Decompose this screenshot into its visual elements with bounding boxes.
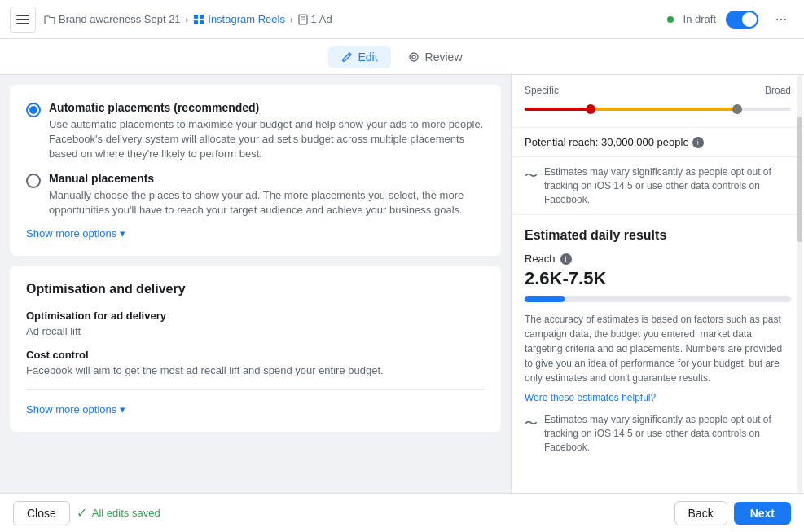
field2-label: Cost control: [26, 349, 485, 361]
accuracy-note: The accuracy of estimates is based on fa…: [525, 312, 791, 385]
reach-row: Reach i: [525, 253, 791, 265]
svg-rect-5: [194, 20, 198, 24]
auto-radio[interactable]: [26, 103, 41, 117]
auto-desc: Use automatic placements to maximise you…: [49, 117, 485, 162]
toggle-knob: [742, 12, 757, 27]
broad-label-right: Broad: [765, 85, 791, 96]
next-button[interactable]: Next: [734, 502, 791, 525]
estimates-note-1: 〜 Estimates may vary significantly as pe…: [512, 157, 804, 215]
helpful-link[interactable]: Were these estimates helpful?: [525, 392, 791, 403]
svg-point-10: [410, 53, 418, 61]
reach-bar: [525, 296, 791, 302]
svg-rect-2: [16, 23, 29, 24]
status-label: In draft: [683, 13, 716, 25]
tab-review[interactable]: Review: [394, 46, 476, 68]
check-icon: ✓: [77, 505, 87, 521]
manual-desc: Manually choose the places to show your …: [49, 188, 485, 218]
svg-point-11: [412, 55, 415, 59]
breadcrumb: Brand awareness Sept 21 › Instagram Reel…: [44, 13, 332, 25]
slider-broad-fill: [591, 108, 738, 111]
field1-label: Optimisation for ad delivery: [26, 310, 485, 322]
close-button[interactable]: Close: [13, 501, 70, 525]
manual-placement-option: Manual placements Manually choose the pl…: [26, 172, 485, 218]
more-options-button[interactable]: ···: [768, 7, 794, 33]
estimates-note-2: 〜 Estimates may vary significantly as pe…: [525, 413, 791, 454]
show-more-placements[interactable]: Show more options ▾: [26, 227, 485, 240]
audience-slider-area: Specific Broad: [512, 75, 804, 128]
manual-title: Manual placements: [49, 172, 485, 185]
optimization-title: Optimisation and delivery: [26, 282, 485, 297]
field2-value: Facebook will aim to get the most ad rec…: [26, 364, 485, 376]
breadcrumb-chevron-2: ›: [290, 15, 293, 24]
campaign-crumb[interactable]: Brand awareness Sept 21: [44, 13, 181, 25]
placements-card: Automatic placements (recommended) Use a…: [10, 85, 501, 256]
auto-title: Automatic placements (recommended): [49, 101, 485, 114]
svg-rect-3: [194, 15, 198, 19]
right-panel: Specific Broad Potential reach: 30,000,0…: [511, 75, 804, 493]
status-toggle[interactable]: [726, 11, 758, 29]
daily-title: Estimated daily results: [525, 228, 791, 243]
divider: [26, 389, 485, 390]
show-more-optimization[interactable]: Show more options ▾: [26, 403, 485, 415]
potential-reach-info[interactable]: i: [692, 137, 704, 148]
top-nav: Brand awareness Sept 21 › Instagram Reel…: [0, 0, 804, 39]
reach-label: Reach: [525, 253, 556, 265]
hamburger-button[interactable]: [10, 7, 36, 33]
auto-placement-content: Automatic placements (recommended) Use a…: [49, 101, 485, 162]
manual-placement-content: Manual placements Manually choose the pl…: [49, 172, 485, 218]
main-layout: Automatic placements (recommended) Use a…: [0, 75, 804, 493]
reach-bar-fill: [525, 296, 565, 302]
breadcrumb-chevron-1: ›: [186, 15, 189, 24]
back-button[interactable]: Back: [674, 501, 727, 525]
left-panel: Automatic placements (recommended) Use a…: [0, 75, 511, 493]
reach-value: 2.6K-7.5K: [525, 268, 791, 289]
field1-value: Ad recall lift: [26, 325, 485, 337]
status-dot: [667, 16, 674, 23]
optimization-card: Optimisation and delivery Optimisation f…: [10, 266, 501, 432]
audience-slider[interactable]: [525, 101, 791, 117]
tab-edit[interactable]: Edit: [328, 46, 390, 68]
bottom-bar: Close ✓ All edits saved Back Next: [0, 493, 804, 532]
slider-thumb-broad: [732, 104, 742, 114]
slider-thumb-specific: [586, 104, 595, 114]
reach-info[interactable]: i: [560, 253, 572, 265]
specific-label: Specific: [525, 85, 559, 96]
saved-status: ✓ All edits saved: [77, 505, 668, 521]
radio-fill: [29, 106, 37, 114]
daily-results: Estimated daily results Reach i 2.6K-7.5…: [512, 215, 804, 467]
svg-rect-4: [200, 15, 204, 19]
adset-crumb[interactable]: Instagram Reels: [193, 13, 285, 25]
manual-radio[interactable]: [26, 174, 41, 188]
potential-reach: Potential reach: 30,000,000 people i: [512, 128, 804, 157]
svg-rect-6: [200, 20, 204, 24]
scrollbar-thumb[interactable]: [797, 117, 802, 242]
tab-bar: Edit Review: [0, 39, 804, 75]
slider-specific-fill: [525, 108, 591, 111]
nav-right: In draft ···: [667, 7, 794, 33]
trend-icon-1: 〜: [525, 167, 538, 206]
auto-placement-option: Automatic placements (recommended) Use a…: [26, 101, 485, 162]
slider-track: [525, 108, 791, 111]
trend-icon-2: 〜: [525, 415, 538, 454]
svg-rect-0: [16, 15, 29, 16]
ad-crumb[interactable]: 1 Ad: [298, 13, 332, 25]
svg-rect-1: [16, 19, 29, 20]
